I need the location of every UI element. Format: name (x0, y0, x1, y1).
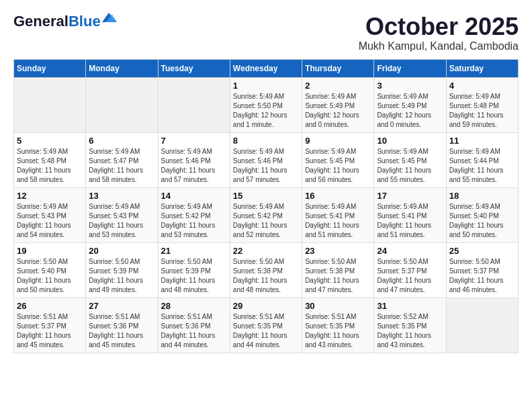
day-info: Sunrise: 5:50 AMSunset: 5:37 PMDaylight:… (377, 257, 443, 295)
day-number: 20 (89, 246, 154, 256)
day-number: 5 (17, 136, 83, 146)
calendar-day-cell: 6Sunrise: 5:49 AMSunset: 5:47 PMDaylight… (86, 132, 158, 187)
calendar-week-row: 26Sunrise: 5:51 AMSunset: 5:37 PMDayligh… (14, 298, 519, 353)
day-number: 29 (233, 301, 299, 311)
day-info: Sunrise: 5:49 AMSunset: 5:42 PMDaylight:… (233, 202, 299, 240)
calendar-day-cell: 23Sunrise: 5:50 AMSunset: 5:38 PMDayligh… (302, 242, 374, 298)
calendar-week-row: 5Sunrise: 5:49 AMSunset: 5:48 PMDaylight… (14, 132, 519, 187)
day-info: Sunrise: 5:49 AMSunset: 5:42 PMDaylight:… (161, 202, 227, 240)
calendar-day-cell: 28Sunrise: 5:51 AMSunset: 5:36 PMDayligh… (158, 298, 230, 353)
day-number: 1 (233, 81, 299, 91)
weekday-header: Monday (86, 59, 158, 77)
month-title: October 2025 (359, 13, 519, 40)
calendar-day-cell: 5Sunrise: 5:49 AMSunset: 5:48 PMDaylight… (14, 132, 86, 187)
day-number: 26 (17, 301, 83, 311)
calendar-day-cell: 4Sunrise: 5:49 AMSunset: 5:48 PMDaylight… (446, 77, 518, 132)
calendar-day-cell (158, 77, 230, 132)
calendar-day-cell: 14Sunrise: 5:49 AMSunset: 5:42 PMDayligh… (158, 187, 230, 242)
day-number: 3 (377, 81, 443, 91)
day-info: Sunrise: 5:51 AMSunset: 5:36 PMDaylight:… (161, 312, 227, 350)
day-info: Sunrise: 5:49 AMSunset: 5:43 PMDaylight:… (17, 202, 83, 240)
logo-general: General (13, 13, 69, 30)
calendar-day-cell: 26Sunrise: 5:51 AMSunset: 5:37 PMDayligh… (14, 298, 86, 353)
calendar-day-cell: 13Sunrise: 5:49 AMSunset: 5:43 PMDayligh… (86, 187, 158, 242)
day-number: 10 (377, 136, 443, 146)
calendar-day-cell: 1Sunrise: 5:49 AMSunset: 5:50 PMDaylight… (230, 77, 302, 132)
calendar-day-cell: 18Sunrise: 5:49 AMSunset: 5:40 PMDayligh… (446, 187, 518, 242)
logo-blue: Blue (69, 13, 101, 30)
weekday-header: Friday (374, 59, 446, 77)
day-number: 25 (449, 246, 515, 256)
calendar-week-row: 19Sunrise: 5:50 AMSunset: 5:40 PMDayligh… (14, 242, 519, 298)
calendar-day-cell: 30Sunrise: 5:51 AMSunset: 5:35 PMDayligh… (302, 298, 374, 353)
title-block: October 2025 Mukh Kampul, Kandal, Cambod… (359, 13, 519, 52)
calendar-day-cell: 3Sunrise: 5:49 AMSunset: 5:49 PMDaylight… (374, 77, 446, 132)
calendar-day-cell (14, 77, 86, 132)
day-number: 18 (449, 191, 515, 201)
day-info: Sunrise: 5:49 AMSunset: 5:46 PMDaylight:… (161, 147, 227, 185)
calendar-day-cell: 12Sunrise: 5:49 AMSunset: 5:43 PMDayligh… (14, 187, 86, 242)
calendar-day-cell: 29Sunrise: 5:51 AMSunset: 5:35 PMDayligh… (230, 298, 302, 353)
calendar-day-cell (86, 77, 158, 132)
day-info: Sunrise: 5:49 AMSunset: 5:49 PMDaylight:… (305, 92, 371, 130)
calendar-day-cell: 19Sunrise: 5:50 AMSunset: 5:40 PMDayligh… (14, 242, 86, 298)
logo-text: GeneralBlue (13, 13, 101, 30)
calendar-day-cell: 20Sunrise: 5:50 AMSunset: 5:39 PMDayligh… (86, 242, 158, 298)
calendar-day-cell: 2Sunrise: 5:49 AMSunset: 5:49 PMDaylight… (302, 77, 374, 132)
calendar-day-cell: 24Sunrise: 5:50 AMSunset: 5:37 PMDayligh… (374, 242, 446, 298)
day-number: 9 (305, 136, 371, 146)
logo: GeneralBlue (13, 13, 117, 30)
calendar-day-cell (446, 298, 518, 353)
day-number: 24 (377, 246, 443, 256)
day-info: Sunrise: 5:49 AMSunset: 5:50 PMDaylight:… (233, 92, 299, 130)
day-number: 17 (377, 191, 443, 201)
day-number: 31 (377, 301, 443, 311)
day-number: 28 (161, 301, 227, 311)
day-info: Sunrise: 5:49 AMSunset: 5:45 PMDaylight:… (305, 147, 371, 185)
day-info: Sunrise: 5:49 AMSunset: 5:41 PMDaylight:… (305, 202, 371, 240)
day-number: 4 (449, 81, 515, 91)
day-number: 12 (17, 191, 83, 201)
day-number: 11 (449, 136, 515, 146)
weekday-header-row: SundayMondayTuesdayWednesdayThursdayFrid… (14, 59, 519, 77)
day-info: Sunrise: 5:49 AMSunset: 5:48 PMDaylight:… (17, 147, 83, 185)
day-info: Sunrise: 5:50 AMSunset: 5:38 PMDaylight:… (305, 257, 371, 295)
calendar-week-row: 12Sunrise: 5:49 AMSunset: 5:43 PMDayligh… (14, 187, 519, 242)
day-info: Sunrise: 5:51 AMSunset: 5:37 PMDaylight:… (17, 312, 83, 350)
day-info: Sunrise: 5:51 AMSunset: 5:36 PMDaylight:… (89, 312, 154, 350)
calendar-day-cell: 16Sunrise: 5:49 AMSunset: 5:41 PMDayligh… (302, 187, 374, 242)
day-info: Sunrise: 5:49 AMSunset: 5:49 PMDaylight:… (377, 92, 443, 130)
calendar-day-cell: 10Sunrise: 5:49 AMSunset: 5:45 PMDayligh… (374, 132, 446, 187)
calendar-day-cell: 17Sunrise: 5:49 AMSunset: 5:41 PMDayligh… (374, 187, 446, 242)
day-number: 27 (89, 301, 154, 311)
day-number: 21 (161, 246, 227, 256)
day-number: 16 (305, 191, 371, 201)
calendar-week-row: 1Sunrise: 5:49 AMSunset: 5:50 PMDaylight… (14, 77, 519, 132)
calendar-day-cell: 9Sunrise: 5:49 AMSunset: 5:45 PMDaylight… (302, 132, 374, 187)
day-info: Sunrise: 5:50 AMSunset: 5:40 PMDaylight:… (17, 257, 83, 295)
day-info: Sunrise: 5:51 AMSunset: 5:35 PMDaylight:… (305, 312, 371, 350)
day-number: 14 (161, 191, 227, 201)
day-number: 19 (17, 246, 83, 256)
day-info: Sunrise: 5:50 AMSunset: 5:37 PMDaylight:… (449, 257, 515, 295)
calendar-day-cell: 7Sunrise: 5:49 AMSunset: 5:46 PMDaylight… (158, 132, 230, 187)
day-info: Sunrise: 5:50 AMSunset: 5:39 PMDaylight:… (89, 257, 154, 295)
day-info: Sunrise: 5:50 AMSunset: 5:38 PMDaylight:… (233, 257, 299, 295)
day-info: Sunrise: 5:49 AMSunset: 5:44 PMDaylight:… (449, 147, 515, 185)
day-number: 30 (305, 301, 371, 311)
weekday-header: Tuesday (158, 59, 230, 77)
calendar-day-cell: 21Sunrise: 5:50 AMSunset: 5:39 PMDayligh… (158, 242, 230, 298)
day-info: Sunrise: 5:49 AMSunset: 5:48 PMDaylight:… (449, 92, 515, 130)
day-info: Sunrise: 5:51 AMSunset: 5:35 PMDaylight:… (233, 312, 299, 350)
day-number: 22 (233, 246, 299, 256)
day-number: 2 (305, 81, 371, 91)
day-number: 7 (161, 136, 227, 146)
calendar-day-cell: 27Sunrise: 5:51 AMSunset: 5:36 PMDayligh… (86, 298, 158, 353)
calendar-day-cell: 8Sunrise: 5:49 AMSunset: 5:46 PMDaylight… (230, 132, 302, 187)
day-info: Sunrise: 5:49 AMSunset: 5:40 PMDaylight:… (449, 202, 515, 240)
calendar-day-cell: 22Sunrise: 5:50 AMSunset: 5:38 PMDayligh… (230, 242, 302, 298)
calendar-day-cell: 15Sunrise: 5:49 AMSunset: 5:42 PMDayligh… (230, 187, 302, 242)
day-info: Sunrise: 5:49 AMSunset: 5:47 PMDaylight:… (89, 147, 154, 185)
day-info: Sunrise: 5:50 AMSunset: 5:39 PMDaylight:… (161, 257, 227, 295)
logo-icon (102, 13, 117, 24)
